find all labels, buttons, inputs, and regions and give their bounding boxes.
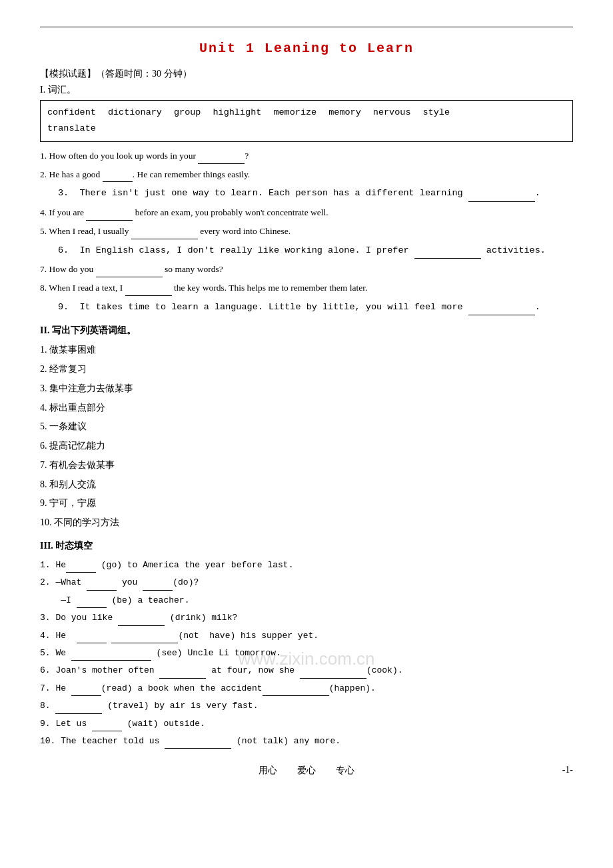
- tense-item: 6. Joan's mother often at four, now she …: [40, 663, 573, 678]
- blank-t6a: [159, 669, 206, 679]
- vocab-word: translate: [47, 123, 96, 133]
- blank-3: [468, 193, 535, 202]
- blank-t5: [71, 651, 151, 661]
- tense-item: 9. Let us (wait) outside.: [40, 716, 573, 731]
- exercise-item: 3. There isn't just one way to learn. Ea…: [40, 185, 573, 201]
- tense-item: 5. We (see) Uncle Li tomorrow.: [40, 645, 573, 661]
- blank-t7a: [71, 687, 101, 696]
- section3-label: III. 时态填空: [40, 540, 573, 552]
- list-item: 10. 不同的学习方法: [40, 515, 573, 531]
- vocab-word: confident: [47, 105, 96, 121]
- vocab-word: group: [174, 105, 201, 121]
- blank-t10: [165, 739, 231, 749]
- exercise-item: 8. When I read a text, I the key words. …: [40, 281, 573, 296]
- vocab-row: confident dictionary group highlight mem…: [47, 105, 566, 121]
- vocab-word: dictionary: [108, 105, 162, 121]
- tense-item: 10. The teacher told us (not talk) any m…: [40, 733, 573, 749]
- vocab-word: style: [423, 105, 450, 121]
- exercise-item: 4. If you are before an exam, you probab…: [40, 205, 573, 221]
- blank-t4a: [77, 634, 107, 643]
- footer-center: 爱心: [297, 765, 316, 777]
- blank-4: [86, 211, 133, 221]
- tense-item: 1. He (go) to America the year before la…: [40, 557, 573, 573]
- section2-list: 1. 做某事困难 2. 经常复习 3. 集中注意力去做某事 4. 标出重点部分 …: [40, 342, 573, 531]
- vocab-word: memorize: [273, 105, 316, 121]
- footer: 用心 爱心 专心 -1-: [40, 765, 573, 777]
- tense-item: —I (be) a teacher.: [40, 593, 573, 608]
- list-item: 1. 做某事困难: [40, 342, 573, 358]
- page-title: Unit 1 Leaning to Learn: [40, 41, 573, 56]
- tense-item: 4. He (not have) his supper yet.: [40, 628, 573, 643]
- blank-6: [414, 249, 481, 259]
- blank-t2c: [77, 599, 107, 608]
- list-item: 9. 宁可，宁愿: [40, 495, 573, 511]
- page-number: -1-: [562, 765, 573, 775]
- blank-8: [125, 287, 172, 296]
- section1-exercises: 1. How often do you look up words in you…: [40, 149, 573, 316]
- blank-1: [198, 155, 245, 164]
- exercise-item: 2. He has a good . He can remember thing…: [40, 167, 573, 183]
- exercise-item: 5. When I read, I usually every word int…: [40, 224, 573, 239]
- list-item: 6. 提高记忆能力: [40, 438, 573, 454]
- list-item: 5. 一条建议: [40, 419, 573, 435]
- vocab-word: highlight: [213, 105, 261, 121]
- blank-t4b: [111, 634, 178, 643]
- blank-t2a: [87, 581, 117, 591]
- list-item: 4. 标出重点部分: [40, 400, 573, 416]
- list-item: 3. 集中注意力去做某事: [40, 381, 573, 397]
- tense-item: 3. Do you like (drink) milk?: [40, 610, 573, 625]
- footer-left: 用心: [259, 765, 277, 777]
- blank-5: [131, 230, 198, 239]
- section2-label: II. 写出下列英语词组。: [40, 325, 573, 337]
- exercise-item: 6. In English class, I don't really like…: [40, 243, 573, 259]
- list-item: 7. 有机会去做某事: [40, 457, 573, 473]
- exercise-item: 7. How do you so many words?: [40, 262, 573, 277]
- section3-exercises: 1. He (go) to America the year before la…: [40, 557, 573, 749]
- tense-item: 7. He (read) a book when the accident(ha…: [40, 681, 573, 696]
- tense-item: 8. (travel) by air is very fast.: [40, 698, 573, 713]
- blank-t3: [118, 617, 165, 626]
- exercise-item: 1. How often do you look up words in you…: [40, 149, 573, 164]
- blank-t2b: [143, 581, 173, 591]
- blank-9: [468, 306, 535, 315]
- list-item: 2. 经常复习: [40, 361, 573, 377]
- exercise-item: 9. It takes time to learn a language. Li…: [40, 299, 573, 315]
- blank-t6b: [300, 669, 366, 679]
- blank-t8: [55, 705, 102, 714]
- blank-7: [96, 268, 163, 277]
- exam-info: 【模拟试题】（答题时间：30 分钟）: [40, 68, 573, 80]
- vocab-box: confident dictionary group highlight mem…: [40, 100, 573, 142]
- footer-right-text: 专心: [336, 765, 354, 777]
- top-divider: [40, 27, 573, 27]
- blank-t7b: [263, 687, 329, 696]
- list-item: 8. 和别人交流: [40, 477, 573, 493]
- tense-item: 2. —What you (do)?: [40, 575, 573, 590]
- section1-label: I. 词汇。: [40, 84, 573, 96]
- blank-2: [103, 173, 133, 182]
- vocab-word: memory: [328, 105, 361, 121]
- blank-t1: [66, 563, 96, 573]
- blank-t9: [92, 722, 122, 731]
- vocab-word: nervous: [373, 105, 411, 121]
